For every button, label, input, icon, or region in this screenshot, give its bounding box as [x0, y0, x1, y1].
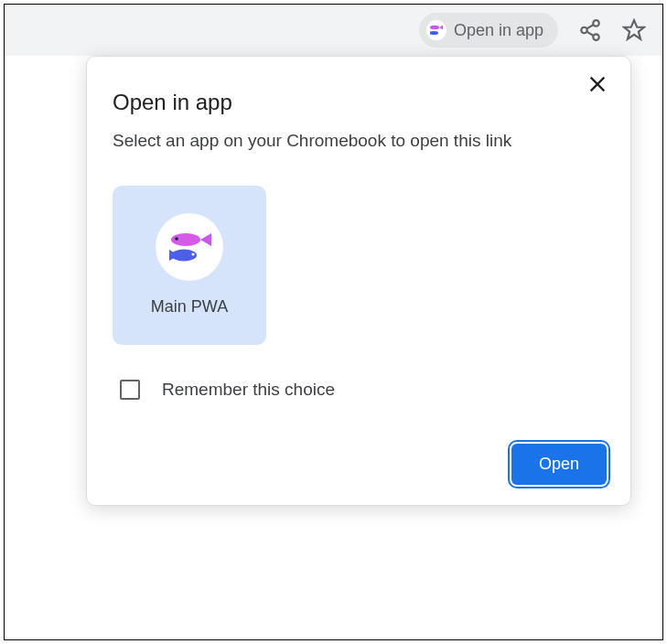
svg-marker-9 — [624, 20, 644, 39]
remember-label: Remember this choice — [162, 380, 335, 400]
app-fish-icon — [426, 20, 446, 40]
app-tile-label: Main PWA — [151, 297, 228, 317]
svg-point-14 — [175, 237, 178, 241]
open-in-app-dialog: Open in app Select an app on your Chrome… — [86, 56, 631, 506]
svg-point-6 — [593, 34, 599, 40]
svg-line-8 — [586, 32, 593, 36]
open-in-app-chip[interactable]: Open in app — [419, 13, 558, 48]
chip-label: Open in app — [454, 21, 543, 40]
remember-choice-row: Remember this choice — [120, 380, 607, 400]
app-fish-icon — [156, 213, 223, 281]
browser-toolbar: Open in app — [5, 5, 662, 56]
svg-marker-1 — [439, 26, 443, 30]
share-icon[interactable] — [578, 18, 602, 42]
svg-point-17 — [191, 252, 194, 255]
dialog-actions: Open — [113, 444, 607, 485]
svg-line-7 — [586, 25, 593, 28]
svg-marker-13 — [200, 233, 211, 246]
open-button[interactable]: Open — [511, 444, 607, 485]
dialog-title: Open in app — [113, 90, 607, 115]
dialog-subtitle: Select an app on your Chromebook to open… — [113, 128, 588, 155]
svg-point-5 — [581, 27, 587, 34]
close-button[interactable] — [585, 71, 610, 97]
bookmark-star-icon[interactable] — [622, 18, 646, 42]
app-tile-main-pwa[interactable]: Main PWA — [113, 186, 266, 345]
svg-point-4 — [593, 20, 599, 27]
svg-point-0 — [430, 26, 439, 29]
remember-checkbox[interactable] — [120, 380, 140, 400]
close-icon — [587, 74, 608, 94]
